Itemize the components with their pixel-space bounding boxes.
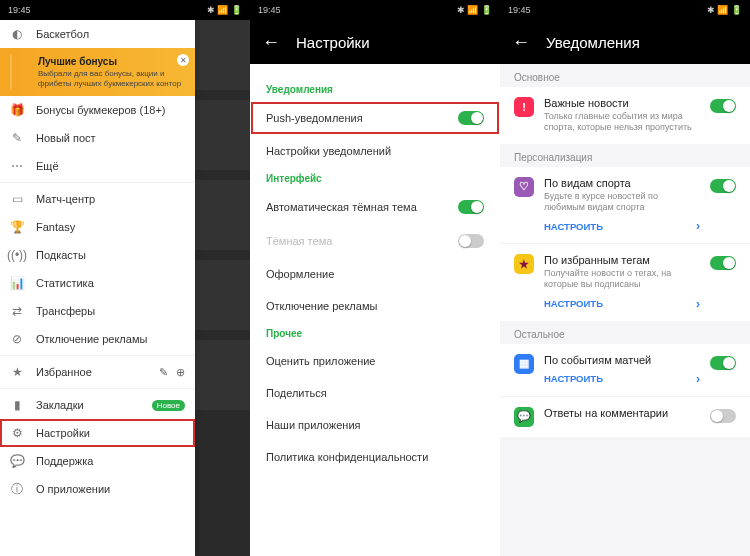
nav-item-bookmaker-bonuses[interactable]: 🎁 Бонусы букмекеров (18+) [0, 96, 195, 124]
transfer-icon: ⇄ [10, 304, 24, 318]
star-icon: ★ [514, 254, 534, 274]
row-design[interactable]: Оформление [250, 258, 500, 290]
star-icon: ★ [10, 365, 24, 379]
nav-label: Закладки [36, 399, 84, 411]
status-icons: ✱ 📶 🔋 [707, 5, 742, 15]
wheat-icon [4, 54, 28, 94]
nav-label: Настройки [36, 427, 90, 439]
card-subtitle: Только главные события из мира спорта, к… [544, 111, 700, 134]
nav-item-stats[interactable]: 📊 Статистика [0, 269, 195, 297]
card-title: По видам спорта [544, 177, 700, 189]
calendar-icon: ▭ [10, 192, 24, 206]
toggle-switch [458, 234, 484, 248]
toggle-switch[interactable] [710, 409, 736, 423]
row-push-notifications[interactable]: Push-уведомления [250, 101, 500, 135]
toggle-switch[interactable] [710, 99, 736, 113]
card-match-events[interactable]: ▦ По событиям матчей НАСТРОИТЬ › [500, 344, 750, 396]
bonus-subtitle: Выбрали для вас бонусы, акции и фрибеты … [38, 69, 185, 88]
nav-label: Подкасты [36, 249, 86, 261]
status-bar: 19:45 ✱ 📶 🔋 [0, 0, 250, 20]
toggle-switch[interactable] [710, 179, 736, 193]
nav-label: Ещё [36, 160, 59, 172]
add-icon[interactable]: ⊕ [176, 366, 185, 379]
row-label: Оценить приложение [266, 355, 375, 367]
nav-label: Баскетбол [36, 28, 89, 40]
card-important-news[interactable]: ! Важные новости Только главные события … [500, 87, 750, 144]
card-title: По избранным тегам [544, 254, 700, 266]
nav-item-basketball[interactable]: ◐ Баскетбол [0, 20, 195, 48]
card-comment-replies[interactable]: 💬 Ответы на комментарии [500, 396, 750, 437]
row-ads-off[interactable]: Отключение рекламы [250, 290, 500, 322]
nav-item-match-center[interactable]: ▭ Матч-центр [0, 185, 195, 213]
row-label: Оформление [266, 268, 334, 280]
toggle-switch[interactable] [458, 111, 484, 125]
new-badge: Новое [152, 400, 185, 411]
card-by-sport[interactable]: ♡ По видам спорта Будьте в курсе новосте… [500, 167, 750, 244]
row-label: Push-уведомления [266, 112, 363, 124]
app-bar: ← Уведомления [500, 20, 750, 64]
configure-link[interactable]: НАСТРОИТЬ › [544, 219, 700, 233]
dots-icon: ⋯ [10, 159, 24, 173]
status-bar: 19:45 ✱ 📶 🔋 [500, 0, 750, 20]
nav-item-new-post[interactable]: ✎ Новый пост [0, 124, 195, 152]
nav-item-ads-off[interactable]: ⊘ Отключение рекламы [0, 325, 195, 353]
status-icons: ✱ 📶 🔋 [457, 5, 492, 15]
back-icon[interactable]: ← [512, 32, 530, 53]
toggle-switch[interactable] [458, 200, 484, 214]
row-share[interactable]: Поделиться [250, 377, 500, 409]
card-by-tags[interactable]: ★ По избранным тегам Получайте новости о… [500, 243, 750, 321]
row-label: Поделиться [266, 387, 327, 399]
configure-link[interactable]: НАСТРОИТЬ › [544, 372, 700, 386]
nav-item-podcasts[interactable]: ((•)) Подкасты [0, 241, 195, 269]
section-notifications: Уведомления [250, 78, 500, 101]
configure-link[interactable]: НАСТРОИТЬ › [544, 297, 700, 311]
status-time: 19:45 [8, 5, 31, 15]
close-icon[interactable]: ✕ [177, 54, 189, 66]
status-bar: 19:45 ✱ 📶 🔋 [250, 0, 500, 20]
section-other: Прочее [250, 322, 500, 345]
gear-icon: ⚙ [10, 426, 24, 440]
row-auto-dark-theme[interactable]: Автоматическая тёмная тема [250, 190, 500, 224]
flame-icon: ! [514, 97, 534, 117]
back-icon[interactable]: ← [262, 32, 280, 53]
row-rate-app[interactable]: Оценить приложение [250, 345, 500, 377]
gift-icon: 🎁 [10, 103, 24, 117]
nav-item-bookmarks[interactable]: ▮ Закладки Новое [0, 391, 195, 419]
nav-item-fantasy[interactable]: 🏆 Fantasy [0, 213, 195, 241]
status-time: 19:45 [508, 5, 531, 15]
divider [0, 182, 195, 183]
nav-item-support[interactable]: 💬 Поддержка [0, 447, 195, 475]
card-title: По событиям матчей [544, 354, 700, 366]
trophy-icon: 🏆 [10, 220, 24, 234]
nav-item-more[interactable]: ⋯ Ещё [0, 152, 195, 180]
row-notification-settings[interactable]: Настройки уведомлений [250, 135, 500, 167]
toggle-switch[interactable] [710, 356, 736, 370]
status-time: 19:45 [258, 5, 281, 15]
toggle-switch[interactable] [710, 256, 736, 270]
nav-label: Fantasy [36, 221, 75, 233]
section-interface: Интерфейс [250, 167, 500, 190]
row-label: Отключение рекламы [266, 300, 377, 312]
nav-label: Избранное [36, 366, 92, 378]
basketball-icon: ◐ [10, 27, 24, 41]
nav-item-transfers[interactable]: ⇄ Трансферы [0, 297, 195, 325]
chevron-right-icon: › [696, 372, 700, 386]
nav-label: Трансферы [36, 305, 95, 317]
row-label: Настройки уведомлений [266, 145, 391, 157]
row-privacy[interactable]: Политика конфиденциальности [250, 441, 500, 473]
nav-item-settings[interactable]: ⚙ Настройки [0, 419, 195, 447]
card-title: Ответы на комментарии [544, 407, 700, 419]
row-our-apps[interactable]: Наши приложения [250, 409, 500, 441]
edit-icon[interactable]: ✎ [159, 366, 168, 379]
nav-item-favorites[interactable]: ★ Избранное ✎ ⊕ [0, 358, 195, 386]
row-label: Политика конфиденциальности [266, 451, 428, 463]
heart-icon: ♡ [514, 177, 534, 197]
page-title: Настройки [296, 34, 370, 51]
nav-label: Новый пост [36, 132, 96, 144]
nav-drawer: ◐ Баскетбол ✕ Лучшие бонусы Выбрали для … [0, 20, 195, 556]
app-bar: ← Настройки [250, 20, 500, 64]
nav-item-about[interactable]: ⓘ О приложении [0, 475, 195, 503]
bonus-banner[interactable]: ✕ Лучшие бонусы Выбрали для вас бонусы, … [0, 48, 195, 96]
calendar-icon: ▦ [514, 354, 534, 374]
nav-label: Статистика [36, 277, 94, 289]
